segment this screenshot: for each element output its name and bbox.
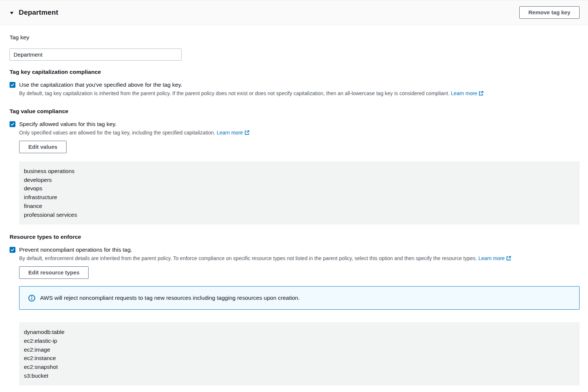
caret-down-icon[interactable] — [10, 11, 14, 15]
value-compliance-checkbox[interactable] — [10, 121, 15, 127]
tag-key-label: Tag key — [10, 34, 580, 41]
external-link-icon — [506, 256, 511, 261]
enforcement-learn-more-link[interactable]: Learn more — [478, 255, 512, 261]
value-compliance-description: Only specified values are allowed for th… — [19, 129, 250, 136]
capitalization-heading: Tag key capitalization compliance — [10, 68, 580, 76]
panel-header: Department Remove tag key — [0, 0, 588, 25]
capitalization-check-content: Use the capitalization that you've speci… — [19, 81, 484, 97]
allowed-value-item: professional services — [24, 211, 575, 219]
allowed-value-item: developers — [24, 176, 575, 184]
allowed-values-box: business operationsdevelopersdevopsinfra… — [19, 161, 580, 224]
capitalization-description-text: By default, tag key capitalization is in… — [19, 90, 449, 96]
enforcement-checkbox-label[interactable]: Prevent noncompliant operations for this… — [19, 246, 511, 253]
resource-type-item: ec2:elastic-ip — [24, 337, 575, 345]
enforcement-info-banner: AWS will reject noncompliant requests to… — [19, 286, 580, 310]
allowed-value-item: business operations — [24, 167, 575, 176]
capitalization-description: By default, tag key capitalization is in… — [19, 90, 484, 97]
panel-title: Department — [19, 8, 58, 17]
panel-body: Tag key Tag key capitalization complianc… — [0, 25, 588, 385]
resource-types-box: dynamodb:tableec2:elastic-ipec2:imageec2… — [19, 322, 580, 385]
capitalization-learn-more-link[interactable]: Learn more — [451, 90, 484, 96]
value-compliance-learn-more-link[interactable]: Learn more — [217, 130, 250, 136]
resource-type-item: s3:bucket — [24, 371, 575, 380]
resource-type-item: ec2:snapshot — [24, 363, 575, 371]
learn-more-label: Learn more — [217, 130, 243, 136]
value-compliance-check-row: Specify allowed values for this tag key.… — [10, 121, 580, 136]
enforcement-checkbox[interactable] — [10, 247, 15, 253]
enforcement-description-text: By default, enforcement details are inhe… — [19, 255, 477, 261]
capitalization-checkbox-label[interactable]: Use the capitalization that you've speci… — [19, 81, 484, 89]
resource-type-item: ec2:instance — [24, 354, 575, 363]
enforcement-description: By default, enforcement details are inhe… — [19, 255, 511, 262]
resource-type-item: dynamodb:table — [24, 328, 575, 337]
allowed-value-item: infrastructure — [24, 193, 575, 202]
value-compliance-heading: Tag value compliance — [10, 108, 580, 115]
enforcement-info-message: AWS will reject noncompliant requests to… — [40, 294, 300, 302]
value-compliance-checkbox-label[interactable]: Specify allowed values for this tag key. — [19, 121, 250, 128]
enforcement-check-row: Prevent noncompliant operations for this… — [10, 246, 580, 262]
allowed-value-item: finance — [24, 202, 575, 211]
enforcement-heading: Resource types to enforce — [10, 233, 580, 241]
edit-values-button[interactable]: Edit values — [19, 141, 67, 153]
learn-more-label: Learn more — [478, 255, 505, 261]
value-compliance-check-content: Specify allowed values for this tag key.… — [19, 121, 250, 136]
checkmark-icon — [10, 122, 15, 126]
edit-resource-types-button[interactable]: Edit resource types — [19, 266, 89, 279]
external-link-icon — [244, 130, 250, 135]
checkmark-icon — [10, 83, 15, 87]
tag-key-input[interactable] — [10, 48, 182, 61]
capitalization-check-row: Use the capitalization that you've speci… — [10, 81, 580, 97]
learn-more-label: Learn more — [451, 90, 477, 96]
capitalization-checkbox[interactable] — [10, 82, 15, 88]
panel-header-left: Department — [10, 8, 58, 17]
tag-key-panel: Department Remove tag key Tag key Tag ke… — [0, 0, 588, 385]
allowed-value-item: devops — [24, 184, 575, 193]
remove-tag-key-button[interactable]: Remove tag key — [519, 6, 580, 19]
value-compliance-description-text: Only specified values are allowed for th… — [19, 130, 215, 136]
external-link-icon — [478, 91, 484, 96]
info-circle-icon — [28, 295, 35, 302]
resource-type-item: ec2:image — [24, 345, 575, 354]
checkmark-icon — [10, 248, 15, 252]
enforcement-check-content: Prevent noncompliant operations for this… — [19, 246, 511, 262]
